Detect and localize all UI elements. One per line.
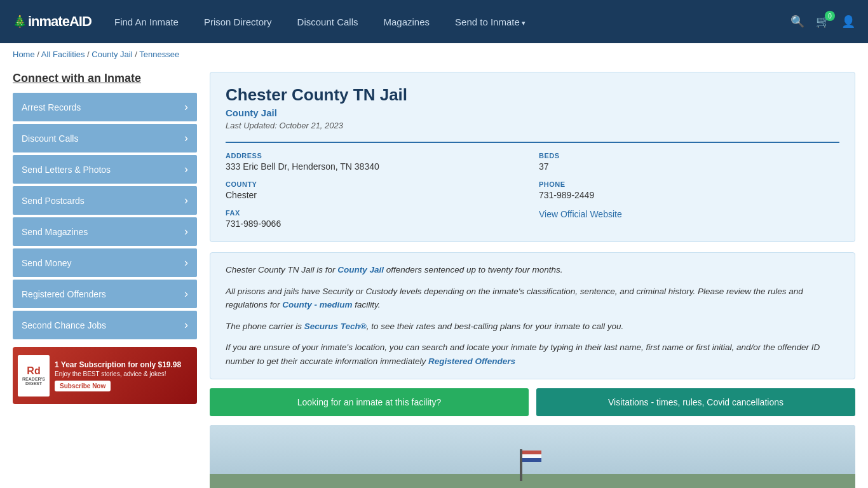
- arrow-icon-4: ›: [184, 225, 188, 238]
- sidebar-item-send-letters[interactable]: Send Letters & Photos ›: [13, 155, 197, 184]
- nav-magazines[interactable]: Magazines: [383, 17, 430, 27]
- cart-wrapper[interactable]: 🛒 0: [816, 15, 830, 29]
- ad-sub: Enjoy the BEST stories, advice & jokes!: [55, 370, 181, 377]
- logo-text: inmateAID: [28, 13, 92, 30]
- ad-title: 1 Year Subscription for only $19.98: [55, 360, 181, 369]
- details-grid: ADDRESS 333 Eric Bell Dr, Henderson, TN …: [226, 142, 839, 229]
- user-icon[interactable]: 👤: [841, 15, 855, 29]
- sidebar-item-second-chance-jobs[interactable]: Second Chance Jobs ›: [13, 311, 197, 339]
- address-value: 333 Eric Bell Dr, Henderson, TN 38340: [226, 161, 526, 172]
- arrow-icon-6: ›: [184, 287, 188, 301]
- description-2: All prisons and jails have Security or C…: [226, 285, 839, 312]
- county-label: COUNTY: [226, 180, 526, 188]
- sidebar-item-discount-calls[interactable]: Discount Calls ›: [13, 124, 197, 152]
- description-1: Chester County TN Jail is for County Jai…: [226, 263, 839, 277]
- facility-type: County Jail: [226, 107, 839, 118]
- ad-logo-sub: READER'S DIGEST: [19, 377, 48, 386]
- detail-beds: BEDS 37: [539, 152, 839, 172]
- detail-fax: FAX 731-989-9066: [226, 209, 526, 229]
- ad-logo: Rd READER'S DIGEST: [18, 355, 50, 396]
- beds-label: BEDS: [539, 152, 839, 159]
- facility-photo: [210, 425, 855, 488]
- breadcrumb-home[interactable]: Home: [13, 50, 35, 59]
- sidebar-item-send-money[interactable]: Send Money ›: [13, 248, 197, 277]
- phone-label: PHONE: [539, 180, 839, 188]
- arrow-icon-5: ›: [184, 256, 188, 269]
- content-area: Chester County TN Jail County Jail Last …: [210, 72, 855, 488]
- county-value: Chester: [226, 190, 526, 200]
- header-icons: 🔍 🛒 0 👤: [790, 15, 855, 29]
- visitation-button[interactable]: Visitations - times, rules, Covid cancel…: [536, 388, 855, 416]
- county-jail-link[interactable]: County Jail: [337, 265, 384, 274]
- nav-prison-directory[interactable]: Prison Directory: [204, 17, 272, 27]
- nav-send-to-inmate[interactable]: Send to Inmate: [455, 17, 526, 27]
- photo-ground: [210, 474, 855, 488]
- looking-for-inmate-button[interactable]: Looking for an inmate at this facility?: [210, 388, 529, 416]
- breadcrumb: Home / All Facilities / County Jail / Te…: [0, 43, 868, 65]
- nav-discount-calls[interactable]: Discount Calls: [297, 17, 358, 27]
- fax-label: FAX: [226, 209, 526, 217]
- ad-content: 1 Year Subscription for only $19.98 Enjo…: [55, 360, 181, 391]
- arrow-icon-7: ›: [184, 318, 188, 332]
- arrow-icon-1: ›: [184, 132, 188, 145]
- county-medium-link[interactable]: County - medium: [282, 300, 352, 309]
- nav-find-inmate[interactable]: Find An Inmate: [114, 17, 179, 27]
- detail-website[interactable]: View Official Website: [539, 209, 839, 229]
- description-section: Chester County TN Jail is for County Jai…: [210, 252, 855, 379]
- sidebar-item-registered-offenders[interactable]: Registered Offenders ›: [13, 280, 197, 308]
- arrow-icon-2: ›: [184, 163, 188, 176]
- info-card: Chester County TN Jail County Jail Last …: [210, 72, 855, 242]
- description-3: The phone carrier is Securus Tech®, to s…: [226, 320, 839, 334]
- sidebar-item-arrest-records[interactable]: Arrest Records ›: [13, 93, 197, 121]
- beds-value: 37: [539, 161, 839, 172]
- photo-sky: [210, 425, 855, 474]
- detail-phone: PHONE 731-989-2449: [539, 180, 839, 200]
- sidebar-item-send-postcards[interactable]: Send Postcards ›: [13, 186, 197, 215]
- logo-area[interactable]: 🎄 inmateAID: [13, 13, 95, 30]
- securus-link[interactable]: Securus Tech®: [304, 322, 367, 331]
- photo-flag: [522, 451, 541, 462]
- ad-subscribe-button[interactable]: Subscribe Now: [55, 381, 111, 391]
- website-link[interactable]: View Official Website: [539, 209, 622, 219]
- phone-value: 731-989-2449: [539, 190, 839, 200]
- address-label: ADDRESS: [226, 152, 526, 159]
- main-nav: Find An Inmate Prison Directory Discount…: [114, 17, 771, 27]
- sidebar-title: Connect with an Inmate: [13, 72, 197, 85]
- ad-logo-text: Rd: [19, 365, 48, 377]
- facility-title: Chester County TN Jail: [226, 85, 839, 105]
- fax-value: 731-989-9066: [226, 219, 526, 229]
- arrow-icon-0: ›: [184, 100, 188, 114]
- action-buttons: Looking for an inmate at this facility? …: [210, 388, 855, 416]
- breadcrumb-state[interactable]: Tennessee: [139, 50, 179, 59]
- site-header: 🎄 inmateAID Find An Inmate Prison Direct…: [0, 0, 868, 43]
- detail-address: ADDRESS 333 Eric Bell Dr, Henderson, TN …: [226, 152, 526, 172]
- sidebar: Connect with an Inmate Arrest Records › …: [13, 72, 197, 488]
- detail-county: COUNTY Chester: [226, 180, 526, 200]
- description-4: If you are unsure of your inmate's locat…: [226, 341, 839, 368]
- registered-offenders-link[interactable]: Registered Offenders: [428, 356, 515, 366]
- arrow-icon-3: ›: [184, 194, 188, 207]
- cart-badge: 0: [825, 11, 835, 21]
- ad-banner[interactable]: Rd READER'S DIGEST 1 Year Subscription f…: [13, 347, 197, 404]
- logo-icon: 🎄: [13, 15, 27, 29]
- sidebar-menu: Arrest Records › Discount Calls › Send L…: [13, 93, 197, 339]
- main-layout: Connect with an Inmate Arrest Records › …: [0, 65, 868, 488]
- facility-updated: Last Updated: October 21, 2023: [226, 121, 839, 130]
- search-icon[interactable]: 🔍: [790, 15, 804, 29]
- breadcrumb-county-jail[interactable]: County Jail: [92, 50, 132, 59]
- sidebar-item-send-magazines[interactable]: Send Magazines ›: [13, 217, 197, 246]
- breadcrumb-all-facilities[interactable]: All Facilities: [41, 50, 85, 59]
